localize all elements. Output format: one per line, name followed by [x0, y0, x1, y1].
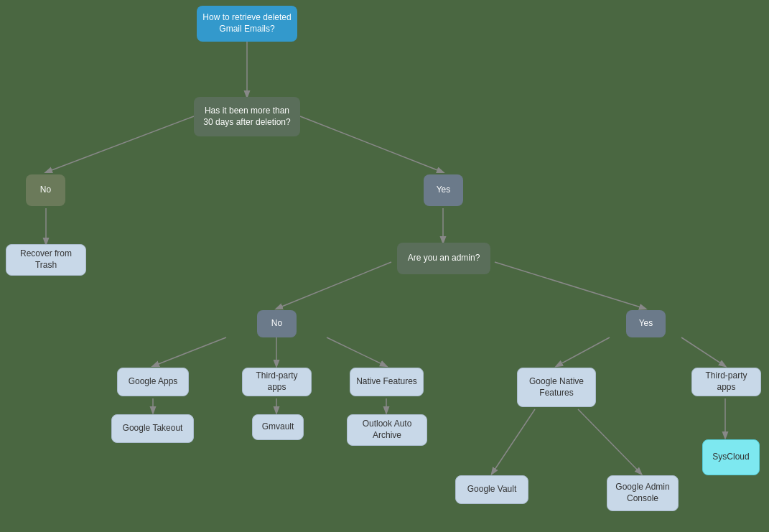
- svg-line-17: [578, 409, 641, 474]
- native-features-node: Native Features: [350, 368, 424, 396]
- yes2-node: Yes: [626, 310, 666, 337]
- google-native-features-node: Google Native Features: [517, 368, 596, 407]
- google-apps-node: Google Apps: [117, 368, 189, 396]
- no2-node: No: [257, 310, 297, 337]
- arrows-layer: [0, 0, 769, 532]
- outlook-auto-archive-node: Outlook Auto Archive: [347, 414, 427, 446]
- admin-decision-node: Are you an admin?: [397, 243, 490, 274]
- recover-trash-node: Recover from Trash: [6, 244, 86, 276]
- no1-node: No: [26, 174, 65, 206]
- syscloud-node: SysCloud: [702, 439, 760, 475]
- yes1-node: Yes: [424, 174, 463, 206]
- flowchart: How to retrieve deleted Gmail Emails? Ha…: [0, 0, 769, 532]
- third-party-apps-yes-node: Third-party apps: [691, 368, 761, 396]
- svg-line-11: [556, 337, 610, 366]
- svg-line-2: [46, 116, 194, 172]
- google-vault-node: Google Vault: [455, 475, 528, 504]
- svg-line-10: [327, 337, 386, 366]
- google-takeout-node: Google Takeout: [111, 414, 194, 443]
- decision1-node: Has it been more than 30 days after dele…: [194, 97, 300, 136]
- google-admin-console-node: Google Admin Console: [607, 475, 679, 511]
- svg-line-3: [300, 116, 443, 172]
- start-node: How to retrieve deleted Gmail Emails?: [197, 6, 297, 42]
- svg-line-8: [153, 337, 226, 366]
- svg-line-12: [681, 337, 725, 366]
- third-party-apps-no-node: Third-party apps: [242, 368, 312, 396]
- svg-line-6: [276, 262, 391, 309]
- svg-line-7: [495, 262, 646, 309]
- gmvault-node: Gmvault: [252, 414, 304, 440]
- svg-line-16: [492, 409, 535, 474]
